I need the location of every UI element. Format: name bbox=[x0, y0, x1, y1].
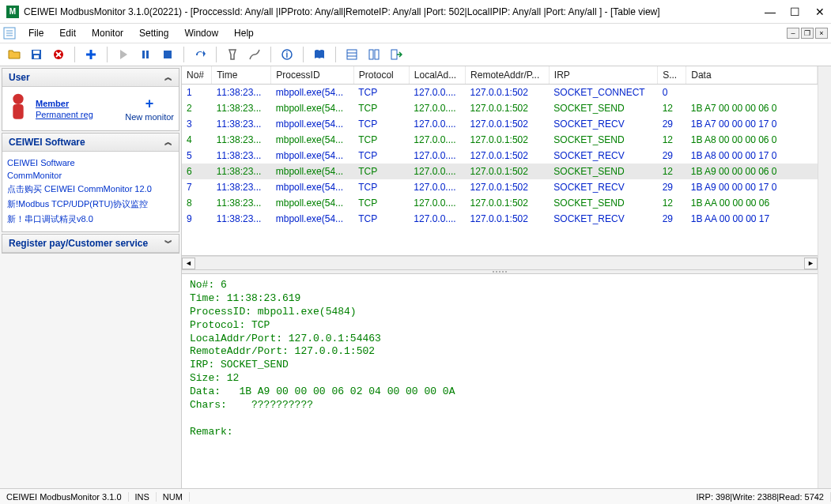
cell-proc: mbpoll.exe(54... bbox=[271, 85, 354, 101]
cell-irp: SOCKET_RECV bbox=[549, 116, 657, 132]
column-header[interactable]: LocalAd... bbox=[409, 66, 465, 85]
cell-time: 11:38:23... bbox=[212, 100, 271, 116]
vertical-scrollbar[interactable] bbox=[818, 66, 831, 488]
svg-rect-24 bbox=[13, 104, 23, 119]
column-header[interactable]: ProcessID bbox=[271, 66, 354, 85]
sidebar-link-4[interactable]: 新！串口调试精灵v8.0 bbox=[7, 212, 174, 227]
scroll-left-button[interactable]: ◄ bbox=[182, 258, 195, 269]
cell-proto: TCP bbox=[353, 132, 409, 148]
cell-no: 4 bbox=[182, 132, 212, 148]
software-panel-header[interactable]: CEIWEI Software ︽ bbox=[2, 134, 179, 152]
cell-data: 1B A7 00 00 00 06 0 bbox=[686, 100, 818, 116]
cell-irp: SOCKET_SEND bbox=[549, 164, 657, 179]
collapse-icon: ︽ bbox=[164, 72, 172, 83]
svg-rect-12 bbox=[142, 51, 145, 58]
new-monitor-label: New monitor bbox=[125, 112, 174, 122]
redo-button[interactable] bbox=[191, 45, 210, 64]
cell-data: 1B A7 00 00 00 17 0 bbox=[686, 116, 818, 132]
cell-remote: 127.0.0.1:502 bbox=[466, 148, 550, 164]
sidebar-link-3[interactable]: 新!Modbus TCP/UDP(RTU)协议监控 bbox=[7, 197, 174, 212]
menu-file[interactable]: File bbox=[22, 26, 50, 40]
sidebar-link-1[interactable]: CommMonitor bbox=[7, 169, 174, 182]
pause-button[interactable] bbox=[136, 45, 155, 64]
cell-irp: SOCKET_SEND bbox=[549, 100, 657, 116]
open-button[interactable] bbox=[5, 45, 24, 64]
close-button[interactable]: ✕ bbox=[815, 6, 825, 18]
menu-monitor[interactable]: Monitor bbox=[85, 26, 130, 40]
cell-size: 0 bbox=[658, 85, 686, 101]
stop-button[interactable] bbox=[158, 45, 177, 64]
play-button[interactable] bbox=[114, 45, 133, 64]
table-row[interactable]: 711:38:23...mbpoll.exe(54...TCP127.0.0..… bbox=[182, 179, 818, 195]
packet-table[interactable]: No#TimeProcessIDProtocolLocalAd...Remote… bbox=[182, 66, 818, 256]
table-row[interactable]: 611:38:23...mbpoll.exe(54...TCP127.0.0..… bbox=[182, 164, 818, 179]
menu-edit[interactable]: Edit bbox=[53, 26, 82, 40]
cell-no: 9 bbox=[182, 211, 212, 227]
maximize-button[interactable]: ☐ bbox=[790, 6, 799, 18]
sidebar-link-0[interactable]: CEIWEI Software bbox=[7, 156, 174, 169]
cell-time: 11:38:23... bbox=[212, 116, 271, 132]
menu-setting[interactable]: Setting bbox=[133, 26, 175, 40]
book-button[interactable] bbox=[310, 45, 329, 64]
sidebar-link-2[interactable]: 点击购买 CEIWEI CommMonitor 12.0 bbox=[7, 182, 174, 197]
cell-remote: 127.0.0.1:502 bbox=[466, 179, 550, 195]
member-link[interactable]: Member bbox=[36, 99, 93, 108]
menu-window[interactable]: Window bbox=[178, 26, 225, 40]
table-row[interactable]: 211:38:23...mbpoll.exe(54...TCP127.0.0..… bbox=[182, 100, 818, 116]
exit-button[interactable] bbox=[387, 45, 406, 64]
mdi-restore[interactable]: ❐ bbox=[801, 28, 814, 39]
mdi-close[interactable]: × bbox=[815, 28, 828, 39]
filter-button[interactable] bbox=[245, 45, 264, 64]
table-row[interactable]: 311:38:23...mbpoll.exe(54...TCP127.0.0..… bbox=[182, 116, 818, 132]
table-row[interactable]: 411:38:23...mbpoll.exe(54...TCP127.0.0..… bbox=[182, 132, 818, 148]
mdi-minimize[interactable]: – bbox=[787, 28, 799, 39]
delete-button[interactable] bbox=[49, 45, 68, 64]
column-header[interactable]: Protocol bbox=[353, 66, 409, 85]
toolbar: i bbox=[0, 43, 831, 66]
user-panel-header[interactable]: User ︽ bbox=[2, 69, 179, 87]
horizontal-scrollbar[interactable]: ◄ ► bbox=[182, 256, 818, 269]
column-header[interactable]: RemoteAddr/P... bbox=[466, 66, 550, 85]
column-header[interactable]: S... bbox=[658, 66, 686, 85]
cell-irp: SOCKET_CONNECT bbox=[549, 85, 657, 101]
cell-proto: TCP bbox=[353, 195, 409, 211]
window-title: CEIWEI ModbusMonitor 3.1.0(20221) - [Pro… bbox=[24, 6, 765, 17]
scroll-right-button[interactable]: ► bbox=[804, 258, 818, 269]
cell-proc: mbpoll.exe(54... bbox=[271, 195, 354, 211]
list-view-button[interactable] bbox=[342, 45, 361, 64]
cell-remote: 127.0.0.1:502 bbox=[466, 195, 550, 211]
register-panel-header[interactable]: Register pay/Customer service ︾ bbox=[2, 235, 179, 253]
info-button[interactable]: i bbox=[278, 45, 297, 64]
split-view-button[interactable] bbox=[365, 45, 383, 64]
svg-rect-20 bbox=[369, 50, 373, 59]
sidebar: User ︽ Member Permanent reg + New monito… bbox=[0, 66, 182, 488]
cell-local: 127.0.0.... bbox=[409, 85, 465, 101]
column-header[interactable]: Time bbox=[212, 66, 271, 85]
cell-time: 11:38:23... bbox=[212, 85, 271, 101]
column-header[interactable]: No# bbox=[182, 66, 212, 85]
cell-data bbox=[686, 85, 818, 101]
permanent-reg-link[interactable]: Permanent reg bbox=[36, 110, 93, 119]
new-monitor-button[interactable]: + New monitor bbox=[125, 96, 174, 122]
table-row[interactable]: 511:38:23...mbpoll.exe(54...TCP127.0.0..… bbox=[182, 148, 818, 164]
cell-size: 29 bbox=[658, 179, 686, 195]
cell-local: 127.0.0.... bbox=[409, 164, 465, 179]
cell-remote: 127.0.0.1:502 bbox=[466, 211, 550, 227]
table-row[interactable]: 911:38:23...mbpoll.exe(54...TCP127.0.0..… bbox=[182, 211, 818, 227]
column-header[interactable]: IRP bbox=[549, 66, 657, 85]
app-menu-icon bbox=[3, 27, 16, 39]
table-row[interactable]: 111:38:23...mbpoll.exe(54...TCP127.0.0..… bbox=[182, 85, 818, 101]
column-header[interactable]: Data bbox=[686, 66, 818, 85]
menubar: File Edit Monitor Setting Window Help – … bbox=[0, 24, 831, 43]
cell-proto: TCP bbox=[353, 211, 409, 227]
cell-no: 3 bbox=[182, 116, 212, 132]
tools-button[interactable] bbox=[223, 45, 242, 64]
menu-help[interactable]: Help bbox=[228, 26, 260, 40]
minimize-button[interactable]: — bbox=[765, 6, 774, 18]
window-controls: — ☐ ✕ bbox=[765, 6, 825, 18]
table-row[interactable]: 811:38:23...mbpoll.exe(54...TCP127.0.0..… bbox=[182, 195, 818, 211]
add-button[interactable] bbox=[81, 45, 100, 64]
save-button[interactable] bbox=[27, 45, 46, 64]
cell-local: 127.0.0.... bbox=[409, 211, 465, 227]
register-panel: Register pay/Customer service ︾ bbox=[2, 234, 179, 254]
